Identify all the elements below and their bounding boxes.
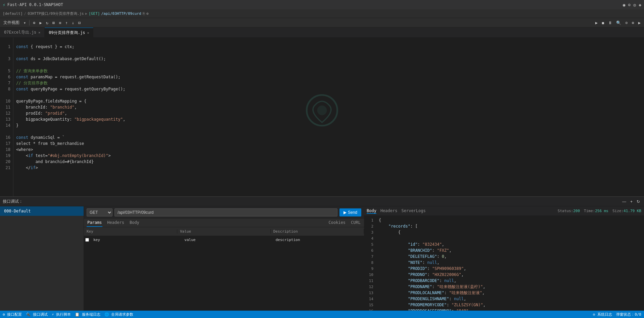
interface-list: 000-Default — [0, 206, 84, 311]
tab-bar: 07Excel导出.js ✕ 09分页排序查询.js ✕ — [0, 28, 644, 38]
req-tab-headers[interactable]: Headers — [106, 218, 125, 227]
code-line: // 查询来单参数 — [16, 68, 641, 74]
params-description-cell[interactable]: description — [273, 236, 364, 244]
minus-btn[interactable]: ⊟ — [77, 20, 82, 26]
extra-btn2[interactable]: ⊕ — [631, 20, 636, 26]
interface-list-item-default[interactable]: 000-Default — [0, 206, 84, 216]
panel-refresh-btn[interactable]: ↻ — [635, 199, 641, 205]
resp-tab-serverlogs[interactable]: ServerLogs — [401, 208, 425, 214]
response-line: 1{ — [364, 217, 644, 223]
extra-btn1[interactable]: ⊙ — [624, 20, 629, 26]
up-btn[interactable]: ↑ — [64, 20, 69, 26]
panel-minimize-btn[interactable]: — — [621, 199, 628, 205]
params-value-cell[interactable]: value — [182, 236, 273, 244]
status-config[interactable]: ⚙ 接口配置 — [3, 312, 22, 317]
status-debug[interactable]: 🔌 接口调试 — [26, 312, 48, 317]
params-col-value: Value — [177, 229, 271, 234]
add-btn[interactable]: ⊕ — [32, 20, 37, 26]
status-left: ⚙ 接口配置 🔌 接口调试 ⚡ 执行脚本 📋 服务端日志 🌐 全局请求参数 — [3, 312, 133, 317]
resp-tab-body[interactable]: Body — [367, 208, 376, 214]
code-line: <if test="#obj.notEmpty(branchId)"> — [16, 153, 641, 159]
tab-pagination-query-close[interactable]: ✕ — [87, 31, 89, 35]
wechat-icon[interactable]: ◈ — [639, 2, 641, 7]
file-view-dropdown[interactable]: ▾ — [22, 20, 27, 26]
code-line — [16, 62, 641, 68]
status-sys-log[interactable]: ⊙ 系统日志 — [593, 312, 612, 317]
code-line: queryByPage.fieldsMapping = { — [16, 98, 641, 104]
status-label: Status:200 — [558, 209, 580, 213]
layout-btn[interactable]: ⊞ — [51, 20, 56, 26]
play-btn[interactable]: ▶ — [594, 20, 599, 26]
response-panel: Body Headers ServerLogs Status:200 Time:… — [364, 206, 644, 311]
main-area: 1356781011121314161718192021 const { req… — [0, 38, 644, 196]
menu-btn[interactable]: ≡ — [57, 20, 62, 26]
copy-icon[interactable]: ⎘ — [143, 11, 145, 16]
title-bar: ⚡ Fast-API 0.0.1-SNAPSHOT ◉ ⊙ ◎ ◈ — [0, 0, 644, 9]
tab-pagination-query[interactable]: 09分页排序查询.js ✕ — [45, 28, 93, 37]
run-btn[interactable]: ▶ — [38, 20, 43, 26]
code-line: <where> — [16, 147, 641, 153]
chat-icon[interactable]: ◎ — [633, 2, 636, 7]
req-tab-body[interactable]: Body — [129, 218, 140, 227]
code-line: const { request } = ctx; — [16, 44, 641, 50]
status-value: 200 — [573, 209, 580, 213]
response-body: 1{2 "records": [3 {45 "id": "832434",6 "… — [364, 216, 644, 311]
status-popup: 弹窗状态：0/8 — [616, 312, 641, 317]
refresh-btn[interactable]: ↻ — [45, 20, 50, 26]
req-tab-curl[interactable]: CURL — [350, 218, 361, 227]
tab-excel-export-label: 07Excel导出.js — [4, 30, 36, 35]
code-line: } — [16, 122, 641, 128]
code-line: prodId: "prodid", — [16, 110, 641, 116]
code-line: bigpackageQuantity: "bigpackagequantity"… — [16, 116, 641, 122]
size-label: Size:41.79 KB — [612, 209, 641, 213]
code-line: // 分页排序参数 — [16, 80, 641, 86]
resp-tab-headers[interactable]: Headers — [380, 208, 398, 214]
status-exec[interactable]: ⚡ 执行脚本 — [52, 312, 71, 317]
params-header: Key Value Description — [84, 227, 364, 236]
breadcrumb-api-path: /api/03HTTP/09curd — [101, 11, 141, 16]
response-line: 7 "DELETEFLAG": 0, — [364, 253, 644, 260]
tab-excel-export[interactable]: 07Excel导出.js ✕ — [0, 28, 45, 37]
extra-btn3[interactable]: ▶ — [637, 20, 642, 26]
row-checkbox[interactable] — [85, 238, 89, 242]
params-key-cell[interactable]: key — [91, 236, 182, 244]
toolbar: 文件视图 ▾ ⊕ ▶ ↻ ⊞ ≡ ↑ ↓ ⊟ ▶ ◼ ⏸ 🔍 ⊙ ⊕ ▶ — [0, 18, 644, 28]
interface-split: 000-Default GET POST PUT DELETE ▶ Send P… — [0, 206, 644, 311]
req-tab-params[interactable]: Params — [87, 218, 102, 227]
app-logo: ⚡ — [3, 2, 5, 7]
tab-excel-export-close[interactable]: ✕ — [38, 31, 40, 34]
panel-add-btn[interactable]: + — [629, 199, 634, 205]
req-tab-cookies[interactable]: Cookies — [328, 218, 347, 227]
response-line: 14 "PRODENGLISHNAME": null, — [364, 296, 644, 302]
status-log[interactable]: 📋 服务端日志 — [75, 312, 100, 317]
link-icon[interactable]: ⊙ — [628, 2, 631, 7]
breadcrumb-default: [default] — [3, 11, 23, 16]
stop-btn[interactable]: ◼ — [600, 20, 605, 26]
response-line: 16 "PRODDOSAGEFORMNO": "040", — [364, 308, 644, 311]
status-bar: ⚙ 接口配置 🔌 接口调试 ⚡ 执行脚本 📋 服务端日志 🌐 全局请求参数 ⊙ … — [0, 311, 644, 318]
status-global-params[interactable]: 🌐 全局请求参数 — [104, 312, 134, 317]
request-panel: GET POST PUT DELETE ▶ Send Params Header… — [84, 206, 364, 311]
pause-btn[interactable]: ⏸ — [607, 20, 613, 26]
code-area[interactable]: const { request } = ctx;const ds = JdbcD… — [13, 38, 644, 196]
response-line: 5 "id": "832434", — [364, 241, 644, 247]
settings-icon[interactable]: ⚙ — [146, 11, 149, 16]
response-line: 2 "records": [ — [364, 223, 644, 229]
response-meta: Status:200 Time:256 ms Size:41.79 KB — [558, 209, 641, 213]
url-input[interactable] — [114, 208, 337, 216]
down-btn[interactable]: ↓ — [71, 20, 76, 26]
size-value: 41.79 KB — [624, 209, 641, 213]
github-icon[interactable]: ◉ — [623, 2, 626, 7]
send-button[interactable]: ▶ Send — [339, 208, 361, 216]
params-checkbox[interactable] — [84, 236, 91, 244]
breadcrumb-bar: [default] / 03HTTP接口/09分页排序查询.js ▶ [GET]… — [0, 9, 644, 18]
file-view-btn[interactable]: 文件视图 — [2, 19, 21, 26]
request-tabs: Params Headers Body Cookies CURL — [84, 218, 364, 227]
response-line: 10 "PRODNO": "HXZ022006G", — [364, 272, 644, 278]
method-select[interactable]: GET POST PUT DELETE — [87, 208, 112, 216]
response-line: 6 "BRANCHID": "FXZ", — [364, 247, 644, 253]
code-line — [16, 92, 641, 98]
code-line: select * from tb_merchandise — [16, 141, 641, 147]
search-btn[interactable]: 🔍 — [615, 20, 623, 26]
response-line: 9 "PRODID": "SPH90960389", — [364, 266, 644, 272]
